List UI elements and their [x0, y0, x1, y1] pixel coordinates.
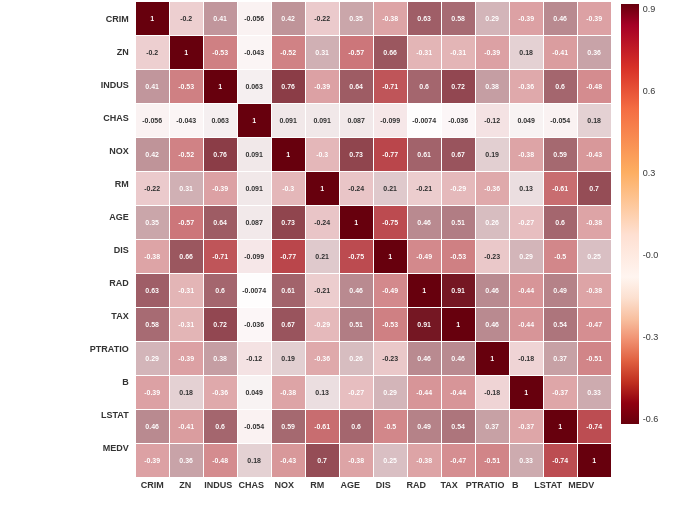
heatmap-grid: 1-0.20.41-0.0560.42-0.220.35-0.380.630.5…	[136, 2, 611, 477]
heatmap-cell: 1	[340, 206, 373, 239]
heatmap-cell: 1	[374, 240, 407, 273]
heatmap-cell: -0.38	[578, 206, 611, 239]
y-label: LSTAT	[90, 398, 133, 431]
heatmap-cell: 0.46	[340, 274, 373, 307]
heatmap-cell: 0.46	[408, 206, 441, 239]
x-label: DIS	[367, 480, 400, 490]
y-label: ZN	[90, 35, 133, 68]
heatmap-cell: -0.37	[510, 410, 543, 443]
heatmap-cell: -0.12	[476, 104, 509, 137]
heatmap-cell: -0.39	[510, 2, 543, 35]
heatmap-cell: -0.39	[136, 376, 169, 409]
heatmap-cell: -0.43	[272, 444, 305, 477]
heatmap-cell: 0.46	[544, 2, 577, 35]
heatmap-cell: 0.091	[306, 104, 339, 137]
heatmap-cell: -0.0074	[408, 104, 441, 137]
heatmap-cell: 0.29	[476, 2, 509, 35]
heatmap-cell: -0.53	[170, 70, 203, 103]
heatmap-cell: 0.31	[170, 172, 203, 205]
heatmap-cell: 1	[442, 308, 475, 341]
heatmap-cell: -0.44	[510, 308, 543, 341]
heatmap-cell: -0.43	[578, 138, 611, 171]
heatmap-cell: -0.37	[544, 376, 577, 409]
heatmap-cell: 0.063	[204, 104, 237, 137]
heatmap-cell: -0.3	[272, 172, 305, 205]
heatmap-cell: 0.6	[544, 206, 577, 239]
heatmap-cell: 0.26	[476, 206, 509, 239]
heatmap-cell: 0.59	[544, 138, 577, 171]
heatmap-cell: 0.049	[238, 376, 271, 409]
heatmap-cell: 0.76	[204, 138, 237, 171]
heatmap-cell: -0.24	[306, 206, 339, 239]
heatmap-cell: -0.2	[170, 2, 203, 35]
heatmap-cell: -0.12	[238, 342, 271, 375]
heatmap-cell: 0.46	[408, 342, 441, 375]
heatmap-cell: -0.39	[476, 36, 509, 69]
heatmap-cell: -0.036	[442, 104, 475, 137]
heatmap-cell: -0.61	[544, 172, 577, 205]
heatmap-cell: 0.67	[272, 308, 305, 341]
heatmap-cell: 0.29	[510, 240, 543, 273]
heatmap-cell: -0.36	[476, 172, 509, 205]
heatmap-cell: -0.38	[578, 274, 611, 307]
heatmap-cell: -0.21	[306, 274, 339, 307]
heatmap-cell: -0.77	[374, 138, 407, 171]
heatmap-cell: 1	[544, 410, 577, 443]
heatmap-cell: -0.23	[476, 240, 509, 273]
heatmap-cell: 0.64	[204, 206, 237, 239]
heatmap-cell: -0.57	[170, 206, 203, 239]
heatmap-cell: -0.77	[272, 240, 305, 273]
heatmap-cell: -0.41	[544, 36, 577, 69]
heatmap-cell: 0.38	[204, 342, 237, 375]
heatmap-cell: -0.18	[476, 376, 509, 409]
y-label: AGE	[90, 200, 133, 233]
heatmap-cell: 0.18	[578, 104, 611, 137]
heatmap-cell: -0.3	[306, 138, 339, 171]
heatmap-cell: -0.056	[238, 2, 271, 35]
x-label: ZN	[169, 480, 202, 490]
heatmap-cell: 0.73	[340, 138, 373, 171]
heatmap-wrapper: 1-0.20.41-0.0560.42-0.220.35-0.380.630.5…	[136, 2, 611, 490]
heatmap-cell: -0.36	[510, 70, 543, 103]
colorbar-gradient	[621, 4, 639, 424]
heatmap-cell: 0.35	[136, 206, 169, 239]
y-labels: CRIMZNINDUSCHASNOXRMAGEDISRADTAXPTRATIOB…	[90, 2, 133, 464]
heatmap-cell: 0.38	[476, 70, 509, 103]
heatmap-cell: -0.24	[340, 172, 373, 205]
heatmap-cell: -0.31	[442, 36, 475, 69]
heatmap-cell: 0.91	[408, 308, 441, 341]
heatmap-cell: -0.31	[170, 308, 203, 341]
heatmap-cell: 0.18	[238, 444, 271, 477]
heatmap-cell: 0.13	[510, 172, 543, 205]
heatmap-cell: 0.26	[340, 342, 373, 375]
heatmap-cell: 0.21	[374, 172, 407, 205]
heatmap-cell: 0.59	[272, 410, 305, 443]
heatmap-cell: -0.71	[374, 70, 407, 103]
heatmap-cell: -0.52	[272, 36, 305, 69]
heatmap-cell: -0.39	[136, 444, 169, 477]
heatmap-cell: -0.47	[442, 444, 475, 477]
heatmap-cell: 0.58	[136, 308, 169, 341]
heatmap-cell: 0.42	[136, 138, 169, 171]
heatmap-cell: -0.39	[170, 342, 203, 375]
heatmap-cell: -0.5	[374, 410, 407, 443]
heatmap-cell: 0.64	[340, 70, 373, 103]
heatmap-cell: -0.74	[544, 444, 577, 477]
heatmap-cell: 0.72	[442, 70, 475, 103]
x-label: TAX	[433, 480, 466, 490]
heatmap-cell: -0.22	[136, 172, 169, 205]
heatmap-cell: 0.41	[204, 2, 237, 35]
heatmap-cell: 0.7	[578, 172, 611, 205]
heatmap-cell: 0.37	[544, 342, 577, 375]
heatmap-cell: 0.58	[442, 2, 475, 35]
heatmap-cell: -0.39	[306, 70, 339, 103]
x-label: RAD	[400, 480, 433, 490]
heatmap-cell: -0.44	[510, 274, 543, 307]
heatmap-cell: 0.6	[408, 70, 441, 103]
x-label: NOX	[268, 480, 301, 490]
heatmap-cell: 0.29	[136, 342, 169, 375]
heatmap-cell: 0.13	[306, 376, 339, 409]
heatmap-cell: -0.51	[578, 342, 611, 375]
heatmap-cell: 0.091	[238, 172, 271, 205]
heatmap-cell: 0.091	[238, 138, 271, 171]
